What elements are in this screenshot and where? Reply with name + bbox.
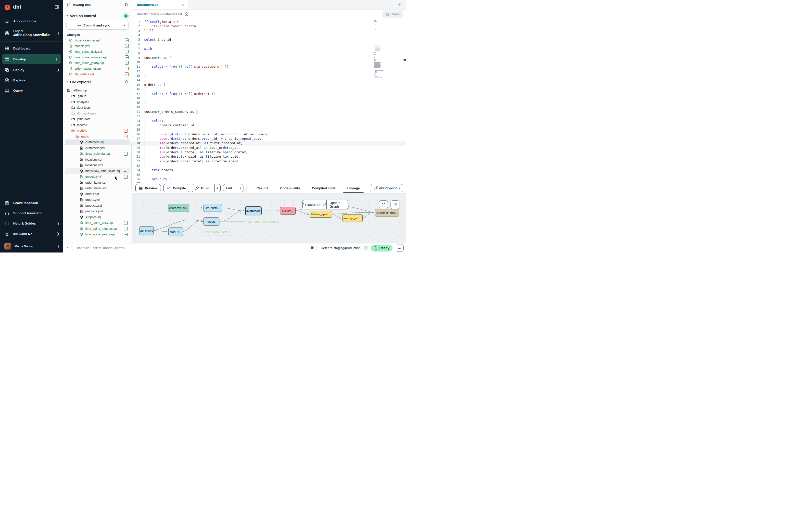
code-line-31[interactable]: 31 sum(orders.tax_paid) as lifetime_tax_… <box>132 154 406 159</box>
modified-indicator[interactable]: • <box>125 72 129 76</box>
code-line-11[interactable]: 11 select * from {{ ref('stg_customers')… <box>132 64 406 69</box>
file-tree-item-order_items.sql[interactable]: order_items.sql <box>65 180 130 186</box>
lineage-node-stg_orders[interactable]: stg_orders <box>139 226 154 235</box>
file-tree-item-fiscal_calendar.sql[interactable]: fiscal_calendar.sql+ <box>65 151 130 157</box>
file-tree-item-jaffle-data[interactable]: jaffle-data <box>65 117 130 122</box>
stage-file-button[interactable]: + <box>124 227 128 230</box>
search-icon[interactable] <box>125 80 129 84</box>
collapse-sidebar-icon[interactable] <box>54 5 59 9</box>
file-tree-item-metricflow_time_spine.sql[interactable]: metricflow_time_spine.sql••• <box>65 168 130 174</box>
code-line-32[interactable]: 32 sum(orders.order_total) as lifetime_s… <box>132 159 406 164</box>
more-options-button[interactable]: ••• <box>396 244 403 252</box>
file-tree-item-macros[interactable]: macros <box>65 122 130 128</box>
tree-scrollbar[interactable] <box>131 142 132 189</box>
code-line-30[interactable]: 30 sum(orders.subtotal) as lifetime_spen… <box>132 150 406 154</box>
expand-command-bar-icon[interactable] <box>63 246 72 250</box>
code-line-13[interactable]: 13), <box>132 73 406 78</box>
stage-file-button[interactable]: + <box>124 152 128 156</box>
file-tree-item-dbt_packages[interactable]: dbt_packages <box>65 111 130 117</box>
save-button[interactable]: Save <box>382 11 403 18</box>
compile-button[interactable]: Compile <box>163 184 189 192</box>
code-line-25[interactable]: 25 <box>132 128 406 132</box>
code-editor[interactable]: 1{{ config(meta = {2 'favorite_food': 'p… <box>132 19 406 183</box>
code-line-3[interactable]: 3}) }} <box>132 29 406 33</box>
file-tree-item-time_spine_minutes.sql[interactable]: time_spine_minutes.sql+ <box>65 226 130 232</box>
code-line-26[interactable]: 26 count(distinct orders.order_id) as co… <box>132 132 406 137</box>
compass-icon[interactable] <box>184 12 189 16</box>
lineage-node-raw_customers[interactable]: ecom.raw_cu... <box>168 204 189 212</box>
file-tree-item-time_spine_yearly.sql[interactable]: time_spine_yearly.sql+ <box>65 232 130 237</box>
tab-customers-sql[interactable]: customers.sql <box>132 0 188 9</box>
lineage-node-stg_customers[interactable]: stg_custo... <box>203 204 222 212</box>
file-tree-item-products.sql[interactable]: products.sql <box>65 203 130 209</box>
stage-file-button[interactable]: + <box>124 221 128 225</box>
file-tree-item-data-tests[interactable]: data-tests <box>65 105 130 111</box>
lineage-node-customer_orders[interactable]: customer_orde... <box>375 209 399 217</box>
lineage-node-average_order[interactable]: average_ord... <box>342 214 363 222</box>
file-tree-item-.github[interactable]: .github <box>65 94 130 99</box>
sidebar-item-dashboard[interactable]: Dashboard <box>0 43 63 53</box>
code-line-28[interactable]: 28 min(orders.ordered_at) as first_order… <box>132 141 406 145</box>
stage-file-button[interactable]: + <box>125 44 129 48</box>
tab-lineage[interactable]: Lineage <box>347 183 360 193</box>
stage-file-button[interactable]: + <box>125 50 129 53</box>
lineage-node-lifetime_spend[interactable]: lifetime_spen... <box>310 211 332 218</box>
minimap[interactable] <box>374 20 403 82</box>
sidebar-item-leave-feedback[interactable]: Leave feedback <box>0 198 63 208</box>
sidebar-item-develop[interactable]: Develop❯ <box>2 54 61 64</box>
status-badge[interactable]: Ready <box>371 245 392 251</box>
preview-button[interactable]: Preview <box>135 184 161 192</box>
code-line-23[interactable]: 23 select <box>132 119 406 123</box>
close-tab-icon[interactable] <box>181 3 185 6</box>
modified-indicator[interactable]: • <box>124 135 128 138</box>
code-line-18[interactable]: 18 <box>132 96 406 101</box>
refresh-button[interactable] <box>390 200 399 209</box>
file-tree-item-time_spine_daily.sql[interactable]: time_spine_daily.sql+ <box>65 220 130 226</box>
changed-file-fiscal_calendar.sql[interactable]: fiscal_calendar.sql+ <box>63 37 132 43</box>
code-line-6[interactable]: 6 <box>132 42 406 46</box>
breadcrumb-segment[interactable]: models <box>137 12 148 16</box>
file-tree-item-models[interactable]: models• <box>65 128 130 134</box>
file-tree-item-analyses[interactable]: analyses <box>65 99 130 105</box>
build-button[interactable]: Build ▾ <box>192 184 220 192</box>
code-line-22[interactable]: 22 <box>132 114 406 119</box>
file-tree-item-products.yml[interactable]: products.yml <box>65 209 130 214</box>
changed-file-time_spine_daily.sql[interactable]: time_spine_daily.sql+ <box>63 49 132 54</box>
lineage-node-customers[interactable]: customers <box>245 206 262 215</box>
lineage-node-order_items[interactable]: order_it... <box>168 227 183 236</box>
lineage-canvas[interactable]: count_lifetim...ecom.raw_cu...stg_custo.… <box>132 194 406 243</box>
tab-compiled-code[interactable]: Compiled code <box>311 183 336 193</box>
stage-file-button[interactable]: + <box>124 233 128 236</box>
sidebar-item-help-guides[interactable]: Help & Guides❯ <box>0 218 63 228</box>
file-tree-item-customers.yml[interactable]: customers.yml <box>65 145 130 151</box>
code-line-33[interactable]: 33 <box>132 164 406 168</box>
sidebar-item-project[interactable]: ProjectJaffle Shop Snowflake❯ <box>0 26 63 40</box>
code-line-10[interactable]: 10 <box>132 60 406 64</box>
sidebar-item-dbt-labs-dx[interactable]: dbt Labs DX❯ <box>0 228 63 239</box>
version-control-header[interactable]: ▾ Version control 8 <box>63 10 132 21</box>
stage-file-button[interactable]: + <box>124 175 128 179</box>
sidebar-item-query[interactable]: Query <box>0 85 63 96</box>
file-more-actions-button[interactable]: ••• <box>124 169 128 173</box>
file-tree-item-models.yml[interactable]: models.yml+ <box>65 174 130 180</box>
code-line-17[interactable]: 17 select * from {{ ref('orders') }} <box>132 92 406 96</box>
file-tree-item-orders.sql[interactable]: orders.sql <box>65 191 130 197</box>
code-line-35[interactable]: 35 <box>132 173 406 177</box>
code-line-8[interactable]: 8 <box>132 51 406 55</box>
code-line-12[interactable]: 12 <box>132 69 406 73</box>
code-line-34[interactable]: 34 from orders <box>132 168 406 172</box>
lineage-node-customers2[interactable]: custom... <box>280 207 296 215</box>
lint-dropdown-chevron[interactable]: ▾ <box>237 184 243 192</box>
code-line-21[interactable]: 21customer_orders_summary as ( <box>132 110 406 114</box>
file-tree-item-orders.yml[interactable]: orders.yml <box>65 197 130 203</box>
new-tab-button[interactable] <box>393 0 406 9</box>
file-tree-item-locations.yml[interactable]: locations.yml <box>65 163 130 168</box>
lineage-node-orders[interactable]: orders <box>203 217 219 225</box>
graph-selector-input[interactable]: 2+customers+2 <box>303 200 326 209</box>
sidebar-item-deploy[interactable]: Deploy❯ <box>0 65 63 75</box>
code-line-2[interactable]: 2 'favorite_food': 'pizza' <box>132 24 406 28</box>
update-graph-button[interactable]: Update Graph <box>326 200 348 209</box>
modified-indicator[interactable]: • <box>124 129 128 133</box>
code-line-4[interactable]: 4 <box>132 33 406 37</box>
file-tree-item-marts[interactable]: marts• <box>65 134 130 140</box>
